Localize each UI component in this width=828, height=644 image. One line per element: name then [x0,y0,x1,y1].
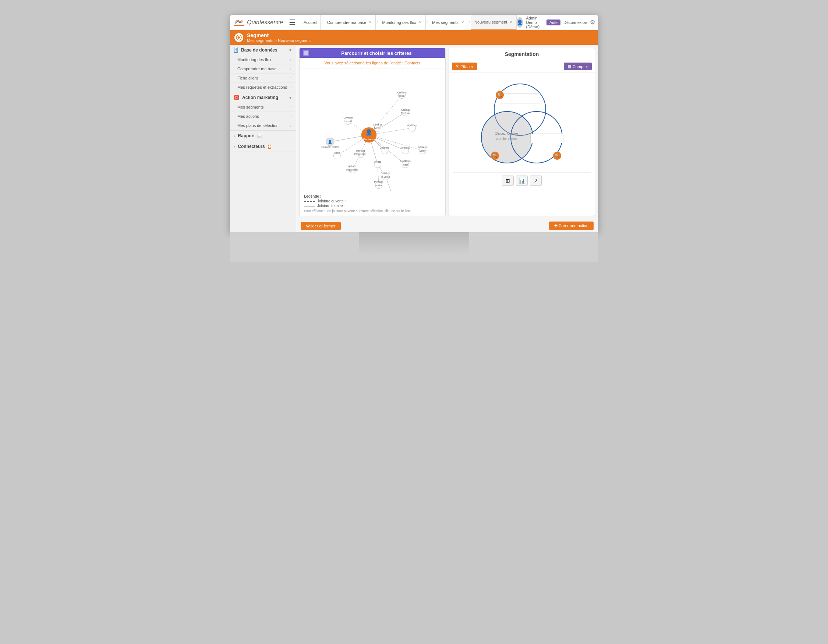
sidebar-item-comprendre[interactable]: Comprendre ma base › [230,64,296,74]
legend-closed-label: Jointure fermée : [317,204,345,208]
valider-button[interactable]: Valider et fermer [301,222,341,230]
sidebar-section-label-marketing: Action marketing [242,95,278,100]
database-icon: 🗄 [234,47,238,53]
hamburger-button[interactable]: ☰ [289,18,295,27]
sidebar-section-header-marketing[interactable]: 🎯 Action marketing ▼ [230,92,296,103]
tab-accueil[interactable]: Accueil [300,15,320,30]
svg-text:Wishlist: Wishlist [401,146,409,149]
tab-nouveau-segment[interactable]: Nouveau segment ✕ [470,15,517,30]
svg-rect-2 [304,51,308,55]
svg-text:Canaux: Canaux [401,108,409,111]
tabs-area: Accueil / Comprendre ma base ✕ / Monitor… [300,15,517,30]
sidebar-item-fiche-client[interactable]: Fiche client › [230,74,296,83]
svg-text:Etablisse-: Etablisse- [400,160,411,162]
venn-diagram-area: Glissez ici votre premier critère 🔍 [449,73,595,216]
compter-button[interactable]: ▦ Compter [564,63,592,70]
chevron-fiche: › [290,76,292,80]
svg-text:Postaux: Postaux [401,112,410,114]
top-nav: Quintessence ☰ Accueil / Comprendre ma b… [230,15,598,30]
sidebar-item-mes-actions[interactable]: Mes actions › [230,112,296,121]
svg-text:Contacts: Contacts [363,138,375,141]
left-panel-title: Parcourir et choisir les critères [311,50,442,56]
svg-text:intég.email: intég.email [354,153,366,156]
segmentation-title: Segmentation [449,48,595,60]
venn-container: Glissez ici votre premier critère 🔍 [453,77,591,172]
legend-open-label: Jointure ouverte : [317,199,345,203]
svg-text:premier critère: premier critère [496,137,517,141]
bottom-bar: Valider et fermer ✚ Créer une action [296,219,598,232]
sidebar-item-mes-segments[interactable]: Mes segments › [230,103,296,112]
svg-text:Coupons: Coupons [380,146,390,149]
svg-line-10 [369,135,423,150]
effacer-button[interactable]: ✕ Effacer [452,63,477,70]
orange-header-content: Segment Mes segments > Nouveau segment [247,32,310,43]
sidebar-section-database: 🗄 Base de données ▼ Monitoring des flux … [230,45,296,92]
svg-text:Carte de: Carte de [373,123,383,126]
sidebar-section-rapport: › Rapport 📊 [230,131,296,141]
deconnexion-link[interactable]: Déconnexion [563,20,587,25]
effacer-icon: ✕ [456,64,459,69]
chart-icon: 📊 [519,178,525,183]
sidebar-section-label-database: Base de données [241,47,278,53]
tab-segments[interactable]: Mes segments ✕ [428,15,468,30]
chevron-database: ▼ [289,48,292,52]
settings-icon[interactable]: ⚙ [590,19,595,26]
left-panel-header: Parcourir et choisir les critères [300,48,445,58]
sidebar-item-plans[interactable]: Mes plans de sélection › [230,121,296,130]
svg-text:Glissez ici votre: Glissez ici votre [495,132,518,135]
aide-badge[interactable]: Aide [546,19,560,25]
panel-header-icon [303,50,309,56]
tab-close-nouveau[interactable]: ✕ [510,20,513,24]
venn-svg: Glissez ici votre premier critère 🔍 [453,77,591,172]
chevron-rapport-right: › [234,134,235,138]
user-name: Admin Démo (Démo) [526,16,544,29]
creer-action-button[interactable]: ✚ Créer une action [549,221,594,230]
page-title: Segment [247,32,310,38]
monitor-stand [230,232,598,262]
legend-area: Légende : Jointure ouverte : Jointure fe… [300,191,445,216]
chevron-actions: › [290,114,292,119]
export-icon: ↗ [533,178,538,183]
svg-text:la vente: la vente [381,175,390,178]
sidebar-section-header-connecteurs[interactable]: › Connecteurs ⚙ [230,141,296,152]
legend-note: Pour effectuer une jointure ouverte sur … [304,209,441,213]
tab-close-segments[interactable]: ✕ [461,20,464,24]
main-layout: 🗄 Base de données ▼ Monitoring des flux … [230,45,598,232]
sidebar-section-marketing: 🎯 Action marketing ▼ Mes segments › Mes … [230,92,296,131]
table-view-button[interactable]: ⊞ [502,175,514,186]
tab-comprendre[interactable]: Comprendre ma base ✕ [323,15,376,30]
tab-close-monitoring[interactable]: ✕ [419,20,422,24]
export-button[interactable]: ↗ [530,175,542,186]
svg-text:postal: postal [398,95,405,97]
sidebar-item-requetes[interactable]: Mes requêtes et extractions › [230,83,296,92]
tab-close-comprendre[interactable]: ✕ [369,20,372,24]
chevron-requetes: › [290,85,292,89]
segment-icon [234,33,243,42]
table-view-icon: ⊞ [506,178,510,183]
svg-text:service: service [375,184,383,186]
sidebar-item-monitoring[interactable]: Monitoring des flux › [230,55,296,64]
svg-text:🔍: 🔍 [492,153,497,158]
chevron-monitoring: › [290,58,292,62]
entity-line: Vous avez sélectionné les lignes de l'en… [300,58,445,69]
logo-area: Quintessence ☰ [234,17,300,28]
sidebar-section-header-database[interactable]: 🗄 Base de données ▼ [230,45,296,55]
svg-text:vente: vente [420,149,426,152]
svg-text:ment: ment [403,163,408,166]
segmentation-buttons: ⊞ 📊 ↗ [453,172,591,189]
chevron-plans: › [290,124,292,128]
graph-svg: 👤 Contacts 👤 Contact+ amical Contenu pos… [300,69,445,191]
svg-text:👤: 👤 [328,140,332,144]
sidebar-section-header-rapport[interactable]: › Rapport 📊 [230,131,296,141]
rapport-icon: 📊 [257,134,262,138]
sidebar-section-connecteurs: › Connecteurs ⚙ [230,141,296,152]
svg-text:intég.email: intég.email [346,169,358,171]
chart-button[interactable]: 📊 [516,175,528,186]
tab-monitoring[interactable]: Monitoring des flux ✕ [379,15,426,30]
legend-title: Légende : [304,194,321,198]
user-area: 👤 Admin Démo (Démo) Aide Déconnexion ⚙ [517,16,595,29]
svg-text:🔍: 🔍 [497,92,502,97]
breadcrumb: Mes segments > Nouveau segment [247,38,310,43]
sidebar: 🗄 Base de données ▼ Monitoring des flux … [230,45,296,232]
svg-text:Canal de: Canal de [418,146,428,148]
